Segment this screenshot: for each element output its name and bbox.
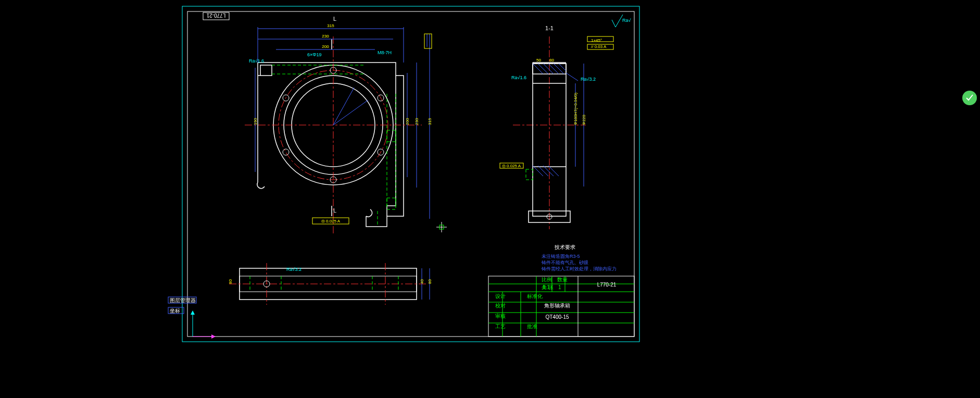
svg-rect-18 [387, 198, 396, 209]
surf-finish-1: Ra√1.6 [249, 58, 264, 64]
svg-text:比例: 比例 [542, 277, 552, 282]
tb-title: 角形轴承箱 [544, 303, 570, 308]
svg-text:共 张: 共 张 [542, 284, 554, 290]
svg-marker-117 [191, 310, 195, 315]
svg-text:L: L [333, 207, 336, 214]
drawing-canvas[interactable]: L770-21 [0, 0, 980, 398]
svg-text:// 0.03 A: // 0.03 A [591, 44, 607, 49]
section-mark-1: L [333, 16, 336, 22]
dim-m8: M8-7H [378, 50, 392, 55]
svg-text:审核: 审核 [495, 313, 506, 319]
tech-req-heading: 技术要求 [554, 244, 575, 250]
svg-line-21 [333, 88, 354, 125]
svg-text:Ra√1.6: Ra√1.6 [511, 75, 526, 80]
svg-line-46 [548, 64, 559, 74]
svg-text:批准: 批准 [527, 324, 537, 329]
svg-text:设计: 设计 [495, 293, 506, 299]
svg-text:数量: 数量 [557, 277, 568, 282]
ucs-coord-label: 坐标 [170, 308, 180, 314]
svg-text:Ra√: Ra√ [622, 18, 631, 23]
dim-230: 230 [322, 34, 329, 39]
svg-text:1×45°: 1×45° [591, 38, 602, 43]
wcs-marker [436, 222, 447, 232]
svg-text:工艺: 工艺 [495, 324, 506, 329]
dim-230v: 230 [414, 118, 419, 125]
dim-bolt-holes: 6×Φ19 [307, 52, 321, 57]
tab-label: L770-21 [206, 13, 225, 18]
svg-text:铸件需经人工时效处理，消除内应力: 铸件需经人工时效处理，消除内应力 [541, 266, 617, 271]
svg-line-54 [566, 73, 578, 81]
svg-text:◎ 0.025 A: ◎ 0.025 A [321, 219, 341, 223]
tech-requirements: 技术要求 未注铸造圆角R3-5 铸件不能有气孔、砂眼 铸件需经人工时效处理，消除… [541, 244, 617, 271]
top-view [229, 263, 430, 305]
svg-line-45 [543, 64, 554, 74]
svg-text:铸件不能有气孔、砂眼: 铸件不能有气孔、砂眼 [541, 260, 588, 265]
dim-190: 190 [253, 118, 258, 125]
svg-text:50: 50 [536, 58, 541, 63]
svg-text:1: 1 [558, 284, 561, 290]
svg-line-51 [543, 166, 554, 176]
dim-od: Φ220 [582, 115, 586, 125]
title-block: L770-21 角形轴承箱 QT400-15 设计 校对 审核 工艺 标准化 批… [488, 276, 634, 337]
svg-text:80: 80 [228, 279, 233, 284]
dim-bore: Φ160H7(+0.04/0) [573, 92, 578, 125]
section-view [513, 36, 586, 229]
svg-line-44 [538, 64, 548, 74]
svg-line-49 [533, 166, 543, 176]
ucs-layer-label: 图层管理器 [170, 297, 196, 303]
svg-point-9 [283, 149, 289, 155]
svg-line-52 [548, 166, 559, 176]
svg-rect-53 [526, 169, 533, 180]
front-view [245, 36, 422, 234]
dim-315v: 315 [428, 118, 432, 125]
svg-line-20 [333, 100, 368, 125]
svg-text:40: 40 [420, 279, 424, 284]
dim-200v: 200 [405, 118, 410, 125]
svg-line-43 [533, 64, 543, 74]
global-surface-finish-icon [612, 15, 623, 27]
svg-rect-36 [424, 34, 432, 48]
svg-text:80: 80 [428, 279, 432, 284]
drawing-frame-outer [182, 6, 639, 342]
section-label: 1-1 [545, 25, 554, 31]
svg-line-50 [538, 166, 548, 176]
svg-text:未注铸造圆角R3-5: 未注铸造圆角R3-5 [542, 254, 580, 259]
ucs-axes: 图层管理器 坐标 [168, 297, 216, 339]
cad-viewport[interactable]: L770-21 [0, 0, 980, 398]
svg-text:Ra√3.2: Ra√3.2 [286, 267, 301, 272]
svg-text:80: 80 [549, 58, 554, 63]
svg-text:标准化: 标准化 [526, 293, 543, 299]
dim-200: 200 [322, 44, 329, 49]
svg-text:Ra√3.2: Ra√3.2 [581, 77, 596, 82]
tab-box: L770-21 [203, 13, 229, 20]
tb-drawing-number: L770-21 [597, 282, 617, 288]
svg-marker-118 [211, 334, 216, 339]
tb-material: QT400-15 [545, 314, 569, 320]
gdt-section: ◎ 0.025 A [500, 36, 613, 168]
dim-315: 315 [327, 23, 334, 28]
svg-text:◎ 0.025 A: ◎ 0.025 A [502, 164, 521, 168]
svg-text:校对: 校对 [495, 303, 506, 308]
svg-line-47 [554, 64, 564, 74]
